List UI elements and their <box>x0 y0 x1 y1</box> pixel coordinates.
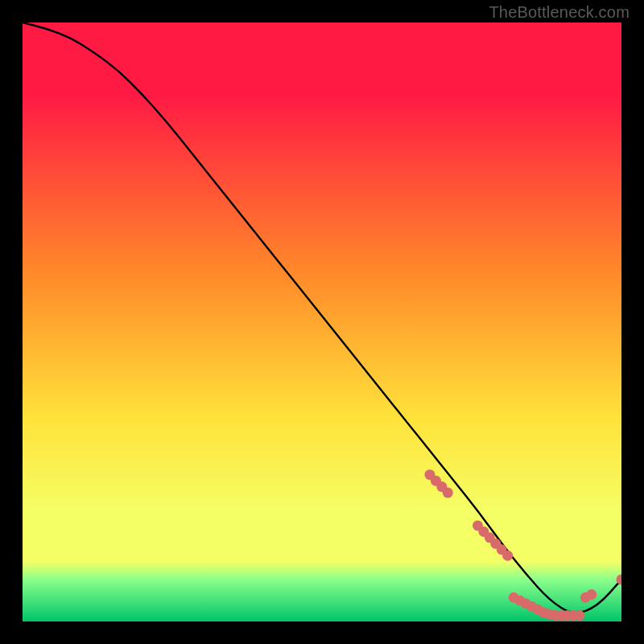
svg-point-4 <box>443 488 453 498</box>
chart-svg <box>23 23 621 621</box>
watermark-text: TheBottleneck.com <box>489 3 630 22</box>
svg-rect-0 <box>23 23 621 621</box>
chart-container: TheBottleneck.com <box>0 0 644 644</box>
svg-point-24 <box>586 589 597 600</box>
plot-area <box>23 23 621 621</box>
svg-point-10 <box>502 551 513 561</box>
svg-point-22 <box>574 610 584 621</box>
